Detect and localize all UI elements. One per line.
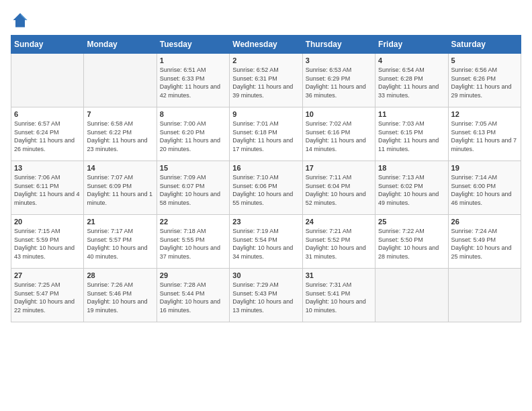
day-number: 1 bbox=[160, 56, 226, 64]
page-header bbox=[11, 11, 521, 30]
day-info: Sunrise: 6:52 AMSunset: 6:31 PMDaylight:… bbox=[232, 66, 299, 99]
day-info: Sunrise: 7:24 AMSunset: 5:49 PMDaylight:… bbox=[451, 227, 518, 261]
weekday-header-row: SundayMondayTuesdayWednesdayThursdayFrid… bbox=[11, 36, 521, 54]
day-number: 16 bbox=[232, 164, 299, 172]
weekday-header-monday: Monday bbox=[84, 36, 157, 54]
calendar-cell: 26Sunrise: 7:24 AMSunset: 5:49 PMDayligh… bbox=[448, 215, 521, 269]
calendar-cell: 11Sunrise: 7:03 AMSunset: 6:15 PMDayligh… bbox=[375, 107, 448, 161]
calendar-cell: 15Sunrise: 7:09 AMSunset: 6:07 PMDayligh… bbox=[157, 161, 229, 215]
day-info: Sunrise: 7:22 AMSunset: 5:50 PMDaylight:… bbox=[378, 227, 445, 261]
day-number: 20 bbox=[14, 218, 81, 226]
weekday-header-sunday: Sunday bbox=[11, 36, 84, 54]
day-number: 29 bbox=[160, 271, 226, 279]
calendar-cell: 21Sunrise: 7:17 AMSunset: 5:57 PMDayligh… bbox=[84, 215, 157, 269]
day-number: 18 bbox=[378, 164, 445, 172]
day-info: Sunrise: 7:07 AMSunset: 6:09 PMDaylight:… bbox=[87, 173, 153, 207]
calendar-table: SundayMondayTuesdayWednesdayThursdayFrid… bbox=[11, 35, 521, 322]
day-info: Sunrise: 7:18 AMSunset: 5:55 PMDaylight:… bbox=[160, 227, 226, 261]
day-number: 11 bbox=[378, 110, 445, 118]
calendar-cell: 13Sunrise: 7:06 AMSunset: 6:11 PMDayligh… bbox=[11, 161, 84, 215]
weekday-header-wednesday: Wednesday bbox=[230, 36, 302, 54]
day-info: Sunrise: 7:14 AMSunset: 6:00 PMDaylight:… bbox=[451, 173, 518, 207]
day-number: 22 bbox=[160, 218, 226, 226]
day-number: 26 bbox=[451, 218, 518, 226]
day-info: Sunrise: 7:03 AMSunset: 6:15 PMDaylight:… bbox=[378, 120, 445, 153]
day-number: 27 bbox=[14, 271, 81, 279]
day-info: Sunrise: 7:29 AMSunset: 5:43 PMDaylight:… bbox=[232, 281, 299, 314]
day-number: 17 bbox=[306, 164, 372, 172]
calendar-cell: 5Sunrise: 6:56 AMSunset: 6:26 PMDaylight… bbox=[448, 54, 521, 107]
day-info: Sunrise: 7:28 AMSunset: 5:44 PMDaylight:… bbox=[160, 281, 226, 314]
day-number: 15 bbox=[160, 164, 226, 172]
day-info: Sunrise: 7:15 AMSunset: 5:59 PMDaylight:… bbox=[14, 227, 81, 261]
calendar-cell: 20Sunrise: 7:15 AMSunset: 5:59 PMDayligh… bbox=[11, 215, 84, 269]
weekday-header-friday: Friday bbox=[375, 36, 448, 54]
calendar-cell: 9Sunrise: 7:01 AMSunset: 6:18 PMDaylight… bbox=[230, 107, 302, 161]
calendar-cell: 16Sunrise: 7:10 AMSunset: 6:06 PMDayligh… bbox=[230, 161, 302, 215]
day-number: 10 bbox=[306, 110, 372, 118]
day-info: Sunrise: 7:26 AMSunset: 5:46 PMDaylight:… bbox=[87, 281, 153, 314]
calendar-cell: 12Sunrise: 7:05 AMSunset: 6:13 PMDayligh… bbox=[448, 107, 521, 161]
day-info: Sunrise: 7:09 AMSunset: 6:07 PMDaylight:… bbox=[160, 173, 226, 207]
logo-icon bbox=[11, 11, 30, 30]
calendar-cell: 31Sunrise: 7:31 AMSunset: 5:41 PMDayligh… bbox=[302, 269, 375, 322]
day-number: 28 bbox=[87, 271, 153, 279]
day-info: Sunrise: 7:17 AMSunset: 5:57 PMDaylight:… bbox=[87, 227, 153, 261]
day-info: Sunrise: 7:11 AMSunset: 6:04 PMDaylight:… bbox=[306, 173, 372, 207]
day-info: Sunrise: 7:06 AMSunset: 6:11 PMDaylight:… bbox=[14, 173, 81, 207]
day-number: 9 bbox=[232, 110, 299, 118]
calendar-cell: 27Sunrise: 7:25 AMSunset: 5:47 PMDayligh… bbox=[11, 269, 84, 322]
day-number: 4 bbox=[378, 56, 445, 64]
calendar-week-5: 27Sunrise: 7:25 AMSunset: 5:47 PMDayligh… bbox=[11, 269, 521, 322]
day-info: Sunrise: 6:53 AMSunset: 6:29 PMDaylight:… bbox=[306, 66, 372, 99]
calendar-cell: 4Sunrise: 6:54 AMSunset: 6:28 PMDaylight… bbox=[375, 54, 448, 107]
calendar-cell: 18Sunrise: 7:13 AMSunset: 6:02 PMDayligh… bbox=[375, 161, 448, 215]
day-number: 24 bbox=[306, 218, 372, 226]
calendar-cell: 25Sunrise: 7:22 AMSunset: 5:50 PMDayligh… bbox=[375, 215, 448, 269]
calendar-cell: 24Sunrise: 7:21 AMSunset: 5:52 PMDayligh… bbox=[302, 215, 375, 269]
calendar-cell: 7Sunrise: 6:58 AMSunset: 6:22 PMDaylight… bbox=[84, 107, 157, 161]
calendar-body: 1Sunrise: 6:51 AMSunset: 6:33 PMDaylight… bbox=[11, 54, 521, 322]
calendar-cell: 10Sunrise: 7:02 AMSunset: 6:16 PMDayligh… bbox=[302, 107, 375, 161]
calendar-cell: 6Sunrise: 6:57 AMSunset: 6:24 PMDaylight… bbox=[11, 107, 84, 161]
day-info: Sunrise: 6:56 AMSunset: 6:26 PMDaylight:… bbox=[451, 66, 518, 99]
day-info: Sunrise: 7:13 AMSunset: 6:02 PMDaylight:… bbox=[378, 173, 445, 207]
weekday-header-saturday: Saturday bbox=[448, 36, 521, 54]
day-number: 30 bbox=[232, 271, 299, 279]
calendar-week-4: 20Sunrise: 7:15 AMSunset: 5:59 PMDayligh… bbox=[11, 215, 521, 269]
calendar-cell bbox=[84, 54, 157, 107]
calendar-week-3: 13Sunrise: 7:06 AMSunset: 6:11 PMDayligh… bbox=[11, 161, 521, 215]
calendar-cell: 3Sunrise: 6:53 AMSunset: 6:29 PMDaylight… bbox=[302, 54, 375, 107]
calendar-cell: 1Sunrise: 6:51 AMSunset: 6:33 PMDaylight… bbox=[157, 54, 229, 107]
calendar-cell: 30Sunrise: 7:29 AMSunset: 5:43 PMDayligh… bbox=[230, 269, 302, 322]
calendar-cell: 29Sunrise: 7:28 AMSunset: 5:44 PMDayligh… bbox=[157, 269, 229, 322]
day-number: 13 bbox=[14, 164, 81, 172]
day-info: Sunrise: 7:02 AMSunset: 6:16 PMDaylight:… bbox=[306, 120, 372, 153]
calendar-cell: 28Sunrise: 7:26 AMSunset: 5:46 PMDayligh… bbox=[84, 269, 157, 322]
calendar-cell: 8Sunrise: 7:00 AMSunset: 6:20 PMDaylight… bbox=[157, 107, 229, 161]
calendar-cell: 19Sunrise: 7:14 AMSunset: 6:00 PMDayligh… bbox=[448, 161, 521, 215]
weekday-header-thursday: Thursday bbox=[302, 36, 375, 54]
calendar-cell: 17Sunrise: 7:11 AMSunset: 6:04 PMDayligh… bbox=[302, 161, 375, 215]
calendar-cell: 22Sunrise: 7:18 AMSunset: 5:55 PMDayligh… bbox=[157, 215, 229, 269]
day-info: Sunrise: 7:00 AMSunset: 6:20 PMDaylight:… bbox=[160, 120, 226, 153]
calendar-cell bbox=[448, 269, 521, 322]
day-number: 14 bbox=[87, 164, 153, 172]
day-info: Sunrise: 7:05 AMSunset: 6:13 PMDaylight:… bbox=[451, 120, 518, 153]
day-number: 19 bbox=[451, 164, 518, 172]
day-info: Sunrise: 6:57 AMSunset: 6:24 PMDaylight:… bbox=[14, 120, 81, 153]
day-info: Sunrise: 7:10 AMSunset: 6:06 PMDaylight:… bbox=[232, 173, 299, 207]
day-info: Sunrise: 7:01 AMSunset: 6:18 PMDaylight:… bbox=[232, 120, 299, 153]
day-number: 25 bbox=[378, 218, 445, 226]
day-info: Sunrise: 6:51 AMSunset: 6:33 PMDaylight:… bbox=[160, 66, 226, 99]
day-info: Sunrise: 7:25 AMSunset: 5:47 PMDaylight:… bbox=[14, 281, 81, 314]
calendar-cell bbox=[375, 269, 448, 322]
logo bbox=[11, 11, 32, 30]
day-number: 31 bbox=[306, 271, 372, 279]
day-number: 2 bbox=[232, 56, 299, 64]
calendar-cell bbox=[11, 54, 84, 107]
calendar-week-1: 1Sunrise: 6:51 AMSunset: 6:33 PMDaylight… bbox=[11, 54, 521, 107]
day-number: 23 bbox=[232, 218, 299, 226]
day-info: Sunrise: 7:31 AMSunset: 5:41 PMDaylight:… bbox=[306, 281, 372, 314]
calendar-header: SundayMondayTuesdayWednesdayThursdayFrid… bbox=[11, 36, 521, 54]
